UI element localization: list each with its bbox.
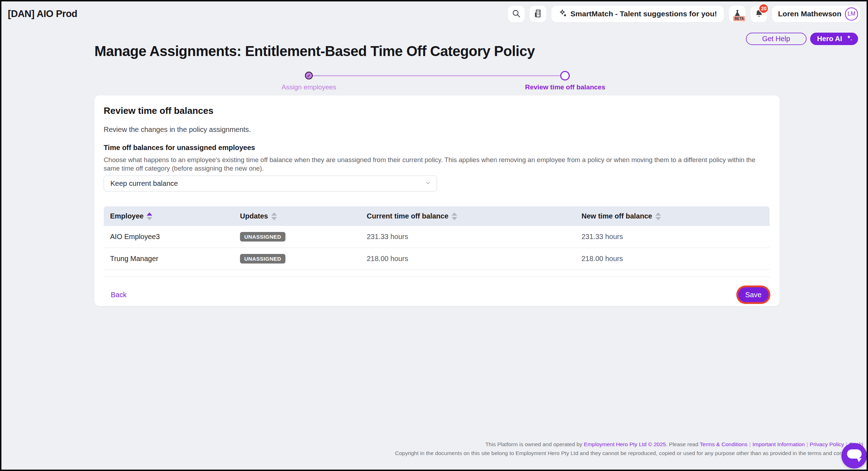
notifications-button[interactable]: 20	[750, 6, 767, 22]
sparkle-icon	[845, 34, 853, 44]
important-information-link[interactable]: Important Information	[753, 441, 805, 447]
save-button[interactable]: Save	[738, 287, 769, 302]
column-label: Employee	[110, 212, 143, 220]
footer: This Platform is owned and operated by E…	[395, 440, 863, 458]
card-actions: Back Save	[104, 286, 770, 304]
sort-icon	[147, 212, 152, 220]
step-review-balances-label: Review time off balances	[512, 83, 618, 91]
balance-select[interactable]: Keep current balance	[104, 176, 437, 192]
smartmatch-button[interactable]: SmartMatch - Talent suggestions for you!	[551, 6, 724, 22]
column-label: New time off balance	[582, 212, 652, 220]
help-row: Get Help Hero AI	[746, 33, 858, 45]
page-title: Manage Assignments: Entitlement-Based Ti…	[94, 43, 535, 59]
search-icon	[512, 9, 521, 19]
step-assign-employees-circle[interactable]: ✓	[305, 72, 313, 79]
status-badge: UNASSIGNED	[240, 232, 285, 242]
separator: |	[807, 441, 808, 447]
privacy-policy-link[interactable]: Privacy Policy	[810, 441, 844, 447]
sort-icon	[452, 212, 457, 220]
step-review-balances-circle	[560, 71, 570, 81]
user-name: Loren Mathewson	[778, 10, 841, 18]
current-balance: 218.00 hours	[360, 255, 575, 263]
chevron-down-icon	[425, 179, 431, 188]
column-label: Current time off balance	[367, 212, 448, 220]
sparkle-icon	[558, 9, 567, 19]
avatar: LM	[845, 7, 858, 21]
new-balance: 218.00 hours	[575, 255, 770, 263]
labs-button[interactable]: BETA	[729, 6, 746, 22]
stepper: ✓ Assign employees Review time off balan…	[94, 71, 780, 94]
divider	[104, 277, 770, 277]
check-icon: ✓	[307, 73, 311, 78]
building-icon	[533, 9, 542, 19]
table-row: Trung Manager UNASSIGNED 218.00 hours 21…	[104, 248, 770, 270]
get-help-button[interactable]: Get Help	[746, 33, 807, 45]
employee-name: Trung Manager	[104, 255, 234, 263]
owner-link[interactable]: Employment Hero Pty Ltd © 2025	[584, 441, 666, 447]
stepper-connector	[309, 75, 565, 76]
footer-line2: Copyright in the documents on this site …	[395, 449, 863, 458]
column-header-current-balance[interactable]: Current time off balance	[360, 212, 575, 220]
column-header-employee[interactable]: Employee	[104, 212, 234, 220]
new-balance: 231.33 hours	[575, 233, 770, 241]
chat-widget-button[interactable]	[841, 443, 867, 469]
sort-icon	[271, 212, 277, 220]
card-subtitle: Review the changes in the policy assignm…	[104, 126, 770, 134]
balances-table: Employee Updates Current time off balanc…	[104, 206, 770, 270]
notification-count-badge: 20	[759, 4, 769, 13]
current-balance: 231.33 hours	[360, 233, 575, 241]
hero-ai-label: Hero AI	[817, 35, 842, 43]
back-button[interactable]: Back	[111, 291, 126, 299]
beta-badge: BETA	[733, 16, 745, 21]
footer-line1: This Platform is owned and operated by E…	[395, 440, 863, 449]
table-header-row: Employee Updates Current time off balanc…	[104, 206, 770, 226]
organisation-button[interactable]	[530, 6, 546, 22]
card-title: Review time off balances	[104, 105, 770, 116]
step-assign-employees-label[interactable]: Assign employees	[256, 83, 362, 91]
column-label: Updates	[240, 212, 268, 220]
review-card: Review time off balances Review the chan…	[94, 95, 780, 306]
terms-link[interactable]: Terms & Conditions	[700, 441, 747, 447]
separator: |	[749, 441, 750, 447]
user-menu-button[interactable]: Loren Mathewson LM	[772, 6, 860, 22]
table-row: AIO Employee3 UNASSIGNED 231.33 hours 23…	[104, 226, 770, 248]
search-button[interactable]	[508, 6, 525, 22]
sort-icon	[655, 212, 661, 220]
hero-ai-button[interactable]: Hero AI	[810, 33, 858, 45]
section-description: Choose what happens to an employee's exi…	[104, 156, 768, 173]
topbar-actions: SmartMatch - Talent suggestions for you!…	[508, 6, 860, 22]
chat-bubble-icon	[841, 443, 867, 469]
balance-select-value: Keep current balance	[110, 179, 178, 188]
topbar: [DAN] AIO Prod SmartMatch - Talent sugge…	[1, 1, 867, 26]
column-header-new-balance[interactable]: New time off balance	[575, 212, 770, 220]
footer-text: . Please read	[666, 441, 700, 447]
app-title: [DAN] AIO Prod	[8, 9, 77, 20]
status-badge: UNASSIGNED	[240, 254, 285, 264]
footer-text: This Platform is owned and operated by	[485, 441, 584, 447]
employee-name: AIO Employee3	[104, 233, 234, 241]
smartmatch-label: SmartMatch - Talent suggestions for you!	[571, 10, 717, 18]
page: [DAN] AIO Prod SmartMatch - Talent sugge…	[0, 0, 868, 471]
column-header-updates[interactable]: Updates	[234, 212, 360, 220]
section-heading: Time off balances for unassigned employe…	[104, 144, 770, 152]
